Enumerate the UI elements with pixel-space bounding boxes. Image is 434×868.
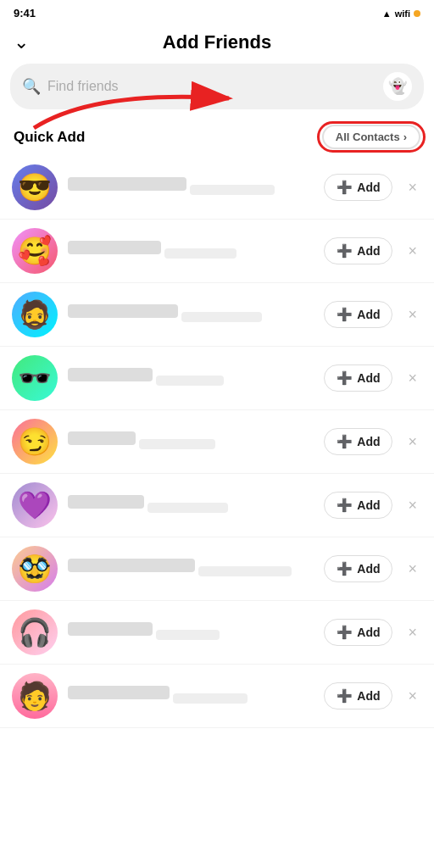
friend-name bbox=[68, 304, 178, 318]
add-label: Add bbox=[357, 435, 380, 448]
friend-name bbox=[68, 368, 153, 381]
add-label: Add bbox=[357, 689, 380, 703]
all-contacts-label: All Contacts bbox=[336, 131, 400, 143]
add-person-icon: ➕ bbox=[337, 561, 353, 576]
add-friend-button[interactable]: ➕ Add bbox=[324, 682, 392, 709]
friend-list-item: 🥸 ➕ Add × bbox=[0, 537, 434, 601]
add-friend-button[interactable]: ➕ Add bbox=[324, 492, 392, 519]
dismiss-button[interactable]: × bbox=[403, 557, 422, 581]
friend-sub bbox=[173, 693, 248, 704]
add-friend-button[interactable]: ➕ Add bbox=[324, 237, 392, 264]
friend-list: 😎 ➕ Add × 🥰 ➕ Add × bbox=[0, 156, 434, 728]
add-label: Add bbox=[357, 626, 380, 639]
add-friend-button[interactable]: ➕ Add bbox=[324, 301, 392, 328]
avatar-emoji: 🧑 bbox=[12, 673, 58, 719]
friend-info bbox=[68, 622, 314, 643]
add-friend-button[interactable]: ➕ Add bbox=[324, 619, 392, 646]
ghost-icon: 👻 bbox=[388, 77, 407, 96]
add-person-icon: ➕ bbox=[337, 498, 353, 513]
dismiss-button[interactable]: × bbox=[403, 175, 422, 200]
search-placeholder[interactable]: Find friends bbox=[47, 79, 376, 94]
search-bar[interactable]: 🔍 Find friends 👻 bbox=[10, 64, 424, 109]
friend-info bbox=[68, 304, 314, 326]
avatar: 🕶️ bbox=[12, 355, 58, 401]
add-person-icon: ➕ bbox=[337, 434, 353, 449]
dismiss-button[interactable]: × bbox=[403, 684, 422, 709]
signal-icon: ▲ bbox=[382, 8, 392, 19]
dismiss-button[interactable]: × bbox=[403, 620, 422, 645]
friend-sub bbox=[139, 439, 215, 449]
search-icon: 🔍 bbox=[22, 77, 41, 96]
friend-name bbox=[68, 559, 195, 572]
friend-name bbox=[68, 431, 136, 445]
all-contacts-wrapper: All Contacts › bbox=[322, 125, 420, 149]
dismiss-button[interactable]: × bbox=[403, 239, 422, 264]
avatar-emoji: 🥰 bbox=[12, 228, 58, 274]
avatar-emoji: 🥸 bbox=[12, 546, 58, 592]
add-label: Add bbox=[357, 308, 380, 321]
dismiss-button[interactable]: × bbox=[403, 430, 422, 454]
friend-sub bbox=[156, 376, 224, 386]
friend-list-item: 🥰 ➕ Add × bbox=[0, 220, 434, 283]
page-header: ⌄ Add Friends bbox=[0, 23, 434, 64]
avatar-emoji: 😎 bbox=[12, 164, 58, 210]
back-button[interactable]: ⌄ bbox=[14, 31, 29, 53]
add-label: Add bbox=[357, 498, 380, 512]
add-label: Add bbox=[357, 371, 380, 385]
friend-name bbox=[68, 622, 153, 636]
friend-info bbox=[68, 686, 314, 707]
friend-sub bbox=[190, 185, 275, 195]
status-time: 9:41 bbox=[14, 7, 36, 19]
friend-info bbox=[68, 368, 314, 389]
friend-name bbox=[68, 686, 170, 699]
chevron-right-icon: › bbox=[403, 131, 407, 143]
friend-info bbox=[68, 177, 314, 198]
add-friend-button[interactable]: ➕ Add bbox=[324, 174, 392, 201]
avatar: 🎧 bbox=[12, 609, 58, 655]
avatar-emoji: 🎧 bbox=[12, 609, 58, 655]
wifi-icon: wifi bbox=[395, 8, 410, 19]
avatar: 🥰 bbox=[12, 228, 58, 274]
friend-list-item: 🧔 ➕ Add × bbox=[0, 283, 434, 347]
add-friend-button[interactable]: ➕ Add bbox=[324, 364, 392, 392]
all-contacts-button[interactable]: All Contacts › bbox=[322, 125, 420, 149]
avatar-emoji: 🧔 bbox=[12, 292, 58, 337]
friend-list-item: 🧑 ➕ Add × bbox=[0, 665, 434, 728]
friend-sub bbox=[198, 566, 292, 576]
friend-sub bbox=[147, 503, 228, 513]
avatar: 🥸 bbox=[12, 546, 58, 592]
dismiss-button[interactable]: × bbox=[403, 493, 422, 518]
avatar-emoji: 😏 bbox=[12, 419, 58, 465]
add-label: Add bbox=[357, 562, 380, 576]
add-friend-button[interactable]: ➕ Add bbox=[324, 555, 392, 582]
friend-name bbox=[68, 495, 144, 509]
battery-icon bbox=[414, 10, 420, 17]
avatar: 😏 bbox=[12, 419, 58, 465]
quick-add-title: Quick Add bbox=[14, 129, 85, 146]
friend-list-item: 💜 ➕ Add × bbox=[0, 474, 434, 537]
friend-list-item: 😏 ➕ Add × bbox=[0, 410, 434, 474]
avatar: 💜 bbox=[12, 482, 58, 528]
friend-info bbox=[68, 431, 314, 453]
add-person-icon: ➕ bbox=[337, 625, 353, 640]
status-icons: ▲ wifi bbox=[382, 8, 420, 19]
friend-sub bbox=[156, 630, 220, 640]
dismiss-button[interactable]: × bbox=[403, 303, 422, 327]
status-bar: 9:41 ▲ wifi bbox=[0, 0, 434, 23]
friend-sub bbox=[164, 248, 236, 259]
page-title: Add Friends bbox=[163, 31, 271, 53]
friend-name bbox=[68, 177, 186, 191]
add-person-icon: ➕ bbox=[337, 180, 353, 195]
friend-list-item: 🕶️ ➕ Add × bbox=[0, 347, 434, 410]
avatar-emoji: 🕶️ bbox=[12, 355, 58, 401]
dismiss-button[interactable]: × bbox=[403, 366, 422, 391]
add-label: Add bbox=[357, 244, 380, 258]
friend-sub bbox=[181, 312, 262, 322]
avatar: 😎 bbox=[12, 164, 58, 210]
avatar: 🧑 bbox=[12, 673, 58, 719]
friend-list-item: 🎧 ➕ Add × bbox=[0, 601, 434, 665]
friend-info bbox=[68, 559, 314, 580]
add-friend-button[interactable]: ➕ Add bbox=[324, 428, 392, 455]
friend-list-item: 😎 ➕ Add × bbox=[0, 156, 434, 220]
ghost-icon-button[interactable]: 👻 bbox=[383, 72, 412, 101]
